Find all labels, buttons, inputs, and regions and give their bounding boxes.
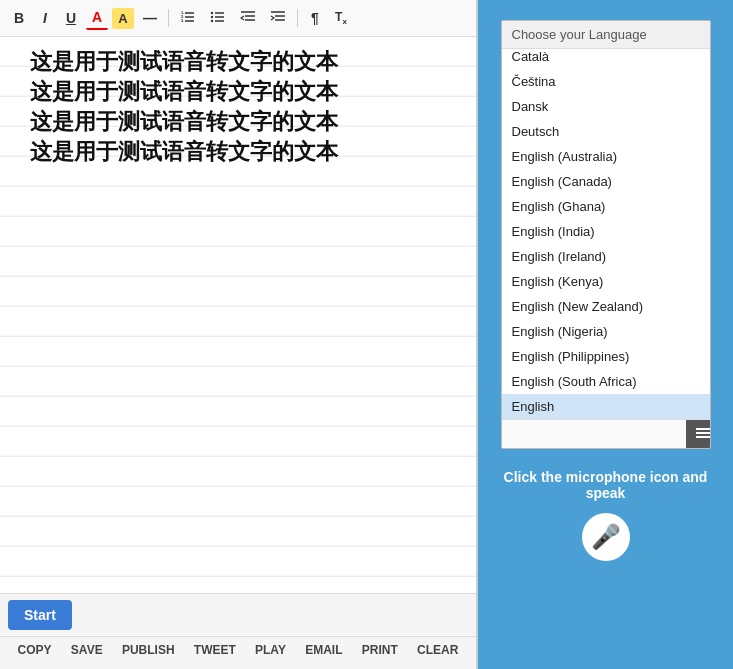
toolbar-divider-1 [168, 9, 169, 27]
mic-instruction: Click the microphone icon and speak [488, 469, 723, 501]
action-bar: COPY SAVE PUBLISH TWEET PLAY EMAIL PRINT… [0, 636, 476, 663]
language-menu-button[interactable] [686, 420, 711, 448]
underline-button[interactable]: U [60, 7, 82, 29]
indent-increase-button[interactable] [265, 7, 291, 30]
font-color-button[interactable]: A [86, 6, 108, 30]
language-item[interactable]: English (Nigeria) [502, 319, 710, 344]
language-item[interactable]: English (South Africa) [502, 369, 710, 394]
language-item[interactable]: English (Ireland) [502, 244, 710, 269]
language-list[interactable]: AfrikaansAzərbaycanBahasa IndonesiaBahas… [502, 49, 710, 419]
indent-decrease-button[interactable] [235, 7, 261, 30]
microphone-icon: 🎤 [591, 523, 621, 551]
copy-button[interactable]: COPY [14, 641, 56, 659]
editor-footer: Start COPY SAVE PUBLISH TWEET PLAY EMAIL… [0, 593, 476, 669]
language-item[interactable]: Čeština [502, 69, 710, 94]
highlight-button[interactable]: A [112, 8, 134, 29]
svg-point-10 [211, 15, 213, 17]
unordered-list-button[interactable] [205, 7, 231, 30]
bold-button[interactable]: B [8, 7, 30, 29]
toolbar-divider-2 [297, 9, 298, 27]
language-dropdown-header: Choose your Language [502, 21, 710, 49]
italic-button[interactable]: I [34, 7, 56, 29]
language-item[interactable]: English (Kenya) [502, 269, 710, 294]
language-item[interactable]: English (New Zealand) [502, 294, 710, 319]
email-button[interactable]: EMAIL [301, 641, 346, 659]
language-item[interactable]: English (Australia) [502, 144, 710, 169]
editor-line-4: 这是用于测试语音转文字的文本 [30, 137, 446, 167]
language-item[interactable]: English (Philippines) [502, 344, 710, 369]
clear-format-button[interactable]: Tx [330, 7, 352, 29]
svg-point-11 [211, 19, 213, 21]
ordered-list-button[interactable]: 1.2.3. [175, 7, 201, 30]
mic-section: Click the microphone icon and speak 🎤 [488, 469, 723, 561]
language-item[interactable]: Deutsch [502, 119, 710, 144]
editor-content[interactable]: 这是用于测试语音转文字的文本 这是用于测试语音转文字的文本 这是用于测试语音转文… [0, 37, 476, 593]
tweet-button[interactable]: TWEET [190, 641, 240, 659]
editor-panel: B I U A A — 1.2.3. ¶ Tx 这是用于测试语音转文字的文本 这… [0, 0, 478, 669]
language-item[interactable]: English (Ghana) [502, 194, 710, 219]
toolbar: B I U A A — 1.2.3. ¶ Tx [0, 0, 476, 37]
play-button[interactable]: PLAY [251, 641, 290, 659]
horizontal-rule-button[interactable]: — [138, 7, 162, 29]
start-button[interactable]: Start [8, 600, 72, 630]
mic-icon[interactable]: 🎤 [582, 513, 630, 561]
paragraph-button[interactable]: ¶ [304, 7, 326, 29]
language-item[interactable]: Català [502, 49, 710, 69]
language-list-wrapper: AfrikaansAzərbaycanBahasa IndonesiaBahas… [502, 49, 710, 419]
language-dropdown[interactable]: Choose your Language AfrikaansAzərbaycan… [501, 20, 711, 449]
language-search-input[interactable] [502, 421, 686, 448]
editor-line-2: 这是用于测试语音转文字的文本 [30, 77, 446, 107]
print-button[interactable]: PRINT [358, 641, 402, 659]
publish-button[interactable]: PUBLISH [118, 641, 179, 659]
svg-text:3.: 3. [181, 18, 184, 23]
editor-line-1: 这是用于测试语音转文字的文本 [30, 47, 446, 77]
language-item[interactable]: Dansk [502, 94, 710, 119]
language-item[interactable]: English [502, 394, 710, 419]
clear-button[interactable]: CLEAR [413, 641, 462, 659]
editor-line-3: 这是用于测试语音转文字的文本 [30, 107, 446, 137]
svg-point-9 [211, 11, 213, 13]
right-panel: Choose your Language AfrikaansAzərbaycan… [478, 0, 733, 669]
language-item[interactable]: English (India) [502, 219, 710, 244]
language-item[interactable]: English (Canada) [502, 169, 710, 194]
save-button[interactable]: SAVE [67, 641, 107, 659]
search-row [502, 419, 710, 448]
